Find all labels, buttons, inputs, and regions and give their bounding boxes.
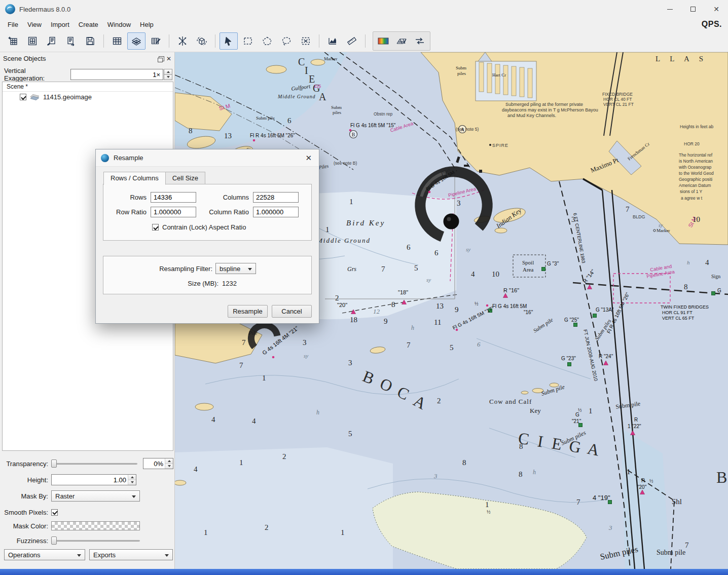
import-file-icon — [47, 36, 57, 46]
column-ratio-input[interactable] — [253, 207, 299, 217]
dialog-titlebar[interactable]: Resample ✕ — [96, 149, 319, 167]
svg-text:4: 4 — [211, 415, 215, 424]
mask-color-swatch[interactable] — [51, 521, 140, 530]
svg-text:Fl G 4s 16ft 5M: Fl G 4s 16ft 5M — [492, 303, 527, 309]
menu-help[interactable]: Help — [135, 19, 158, 30]
tree-row-geoimage[interactable]: 11415.geoimage — [3, 92, 173, 102]
svg-text:h: h — [533, 469, 536, 476]
columns-input[interactable] — [253, 192, 299, 203]
tab-rows-columns[interactable]: Rows / Columns — [103, 172, 166, 185]
slider-handle[interactable] — [51, 536, 57, 545]
transparency-slider[interactable] — [51, 458, 137, 469]
menu-import[interactable]: Import — [46, 19, 74, 30]
exports-dropdown[interactable]: Exports — [89, 549, 173, 560]
resample-button[interactable]: Resample — [228, 305, 268, 318]
transform-axes-button[interactable] — [173, 32, 192, 50]
select-polygon-icon — [262, 36, 272, 46]
svg-text:6: 6 — [477, 340, 481, 348]
mask-color-label: Mask Color: — [0, 522, 48, 530]
svg-text:R: R — [641, 478, 645, 483]
smooth-pixels-checkbox[interactable] — [51, 509, 58, 516]
svg-text:Submerged piling at the former: Submerged piling at the former private — [505, 102, 583, 107]
svg-text:7: 7 — [407, 341, 411, 349]
svg-text:The horizontal ref: The horizontal ref — [679, 152, 713, 158]
svg-text:7: 7 — [239, 361, 243, 369]
height-spinbox[interactable] — [51, 474, 136, 485]
select-rect-button[interactable] — [239, 32, 257, 50]
grid-table-button[interactable] — [108, 32, 126, 50]
profile-chart-button[interactable] — [323, 32, 342, 50]
svg-text:10: 10 — [693, 215, 700, 223]
lock-aspect-label: Contrain (Lock) Aspect Ratio — [162, 223, 246, 231]
dialog-close-icon[interactable]: ✕ — [303, 152, 314, 164]
svg-text:h: h — [316, 409, 319, 416]
select-rect-icon — [243, 36, 253, 46]
mask-by-value: Raster — [55, 492, 75, 500]
tab-cell-size[interactable]: Cell Size — [166, 172, 205, 184]
svg-text:5: 5 — [414, 264, 418, 272]
svg-text:G "13A": G "13A" — [596, 307, 614, 313]
transparency-spinbox[interactable] — [143, 458, 173, 469]
surface-grid-button[interactable] — [392, 32, 411, 50]
height-value[interactable] — [52, 475, 128, 485]
maximize-button[interactable] — [681, 0, 705, 18]
select-lasso-button[interactable] — [277, 32, 296, 50]
menubar: File View Import Create Window Help QPS. — [0, 18, 728, 30]
grid-edit-button[interactable] — [147, 32, 165, 50]
svg-text:5: 5 — [348, 430, 352, 438]
operations-dropdown[interactable]: Operations — [4, 549, 85, 560]
svg-text:SPIRE: SPIRE — [492, 143, 508, 148]
svg-text:Fl R 4s 16ft 5M "26": Fl R 4s 16ft 5M "26" — [250, 133, 295, 138]
svg-text:8: 8 — [684, 283, 688, 291]
select-polygon-button[interactable] — [258, 32, 276, 50]
export-file-button[interactable] — [62, 32, 80, 50]
float-panel-icon[interactable] — [159, 56, 164, 61]
cancel-button[interactable]: Cancel — [272, 305, 312, 318]
svg-text:13: 13 — [436, 302, 444, 310]
mask-by-combobox[interactable]: Raster — [51, 490, 140, 502]
swap-views-button[interactable] — [411, 32, 429, 50]
svg-text:7: 7 — [381, 265, 385, 273]
rows-input[interactable] — [151, 192, 196, 203]
svg-text:Subm: Subm — [456, 65, 466, 70]
open-project-button[interactable] — [4, 32, 22, 50]
titlebar[interactable]: Fledermaus 8.0.0 ✕ — [0, 0, 728, 18]
mesh-layer-button[interactable] — [127, 32, 145, 50]
rotate-cube-button[interactable] — [193, 32, 211, 50]
new-grid-button[interactable] — [23, 32, 42, 50]
clear-selection-button[interactable] — [297, 32, 315, 50]
svg-text:sy: sy — [304, 353, 308, 359]
menu-window[interactable]: Window — [103, 19, 135, 30]
vertical-exaggeration-input[interactable] — [70, 69, 163, 80]
row-ratio-input[interactable] — [151, 207, 196, 217]
panel-actions-row: Operations Exports — [0, 549, 175, 561]
slider-handle[interactable] — [51, 459, 57, 468]
svg-text:to the World Geod: to the World Geod — [679, 171, 714, 176]
select-cursor-button[interactable] — [220, 32, 238, 50]
menu-view[interactable]: View — [23, 19, 46, 30]
transparency-value[interactable] — [143, 458, 165, 469]
menu-create[interactable]: Create — [74, 19, 103, 30]
fuzziness-slider[interactable] — [51, 535, 140, 546]
minimize-button[interactable] — [658, 0, 681, 18]
svg-text:4: 4 — [471, 270, 475, 278]
vertical-exaggeration-label: Vertical Exaggeration: — [4, 67, 66, 82]
rows-columns-group: Rows Columns Row Ratio Column Ratio Cont… — [103, 184, 312, 241]
geoimage-visibility-checkbox[interactable] — [20, 94, 26, 100]
colormap-button[interactable] — [374, 32, 392, 50]
svg-text:6: 6 — [287, 117, 292, 125]
svg-text:Middle Ground: Middle Ground — [277, 94, 316, 99]
save-button[interactable] — [81, 32, 99, 50]
svg-text:2: 2 — [437, 397, 441, 405]
svg-text:3: 3 — [608, 524, 612, 531]
vertical-exaggeration-stepper[interactable] — [164, 69, 172, 80]
import-file-button[interactable] — [43, 32, 61, 50]
maximize-icon — [690, 7, 696, 12]
measure-ruler-button[interactable] — [343, 32, 361, 50]
lock-aspect-checkbox[interactable] — [152, 224, 159, 231]
open-project-icon — [8, 36, 18, 46]
menu-file[interactable]: File — [3, 19, 23, 30]
resampling-filter-combobox[interactable]: bspline — [215, 263, 256, 274]
close-panel-icon[interactable]: ✕ — [166, 56, 171, 62]
close-button[interactable]: ✕ — [705, 0, 728, 18]
